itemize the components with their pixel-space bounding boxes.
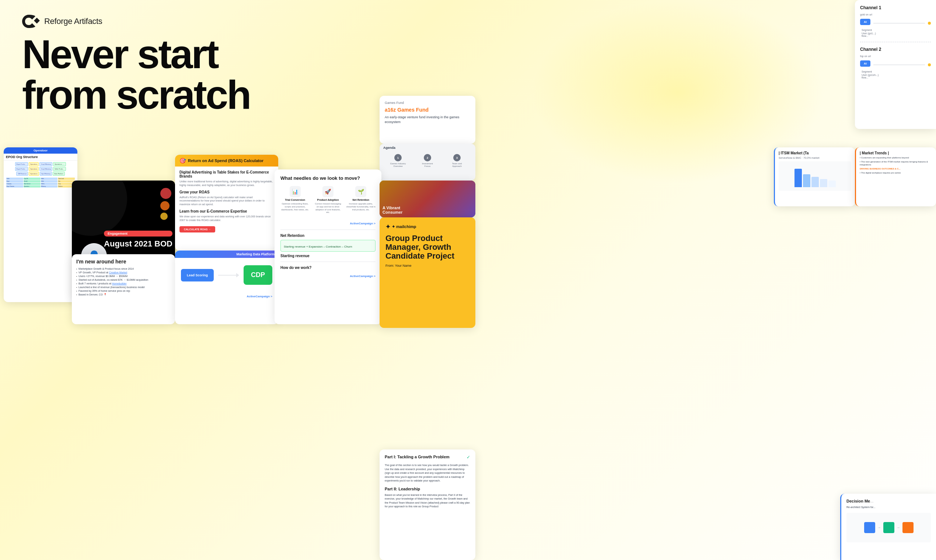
bio-card: I'm new around here • Marketplace Growth… bbox=[72, 254, 175, 324]
vibrant-label: A Vibrant Consumer bbox=[382, 206, 402, 214]
part2-text: Based on what you've learned in the inte… bbox=[385, 493, 470, 509]
itsm-subtitle: ServiceNow & BMC · 70.0% market bbox=[779, 157, 851, 159]
bio-item-3: • Users +277%, revenue $0.9MM → $50MM bbox=[76, 275, 171, 277]
cdp-box: CDP bbox=[243, 265, 272, 285]
agenda-header: Agenda bbox=[380, 144, 476, 152]
engagement-title: August 2021 BOD bbox=[104, 240, 172, 248]
segment-label-2: Segment bbox=[862, 70, 931, 73]
bio-item-2: • VP Growth, VP Product at Creative Mark… bbox=[76, 271, 171, 274]
opendoor-header: Opendoor bbox=[4, 148, 77, 154]
bio-item-7: • Favored by 35% of home service pros on… bbox=[76, 289, 171, 292]
decision-diagram: → → bbox=[847, 513, 931, 542]
mailchimp-card[interactable]: ✦ ✦ mailchimp Group Product Manager, Gro… bbox=[380, 217, 476, 328]
channels-card: Channel 1 gold on url AI Segment User (g… bbox=[855, 0, 936, 129]
decision-text: Re-architect System for... bbox=[847, 506, 931, 509]
ac-link[interactable]: ActiveCampaign > bbox=[246, 295, 272, 298]
bio-item-1: • Marketplace Growth & Product focus sin… bbox=[76, 268, 171, 270]
needles-items: 📊 Trial Conversion Optimize onboarding f… bbox=[280, 186, 376, 214]
reforge-logo-icon bbox=[22, 15, 40, 28]
opendoor-title: EPOD Org Structure bbox=[4, 154, 77, 161]
retention-formula: Starting revenue + Expansion – Contracti… bbox=[280, 240, 376, 252]
agenda-steps: 1 Games IndustryOverview 2 InvestmentFoc… bbox=[380, 152, 476, 170]
agenda-card: Agenda 1 Games IndustryOverview 2 Invest… bbox=[380, 144, 476, 180]
decision-card[interactable]: Decision Me... Re-architect System for..… bbox=[840, 494, 936, 560]
part1-text: The goal of this section is to see how y… bbox=[385, 463, 470, 483]
bio-item-6: • Launched a line of revenue (transactio… bbox=[76, 286, 171, 288]
channel1-title: Channel 1 bbox=[860, 5, 931, 10]
agenda-step-2: 2 InvestmentFocus bbox=[413, 154, 442, 168]
a16z-desc: An early-stage venture fund investing in… bbox=[385, 115, 470, 124]
logo-area: Reforge Artifacts bbox=[22, 15, 250, 28]
a16z-eyebrow: Games Fund bbox=[385, 101, 470, 105]
ai-node-2: AI bbox=[860, 60, 870, 67]
agenda-step-1: 1 Games IndustryOverview bbox=[383, 154, 413, 168]
channel2-title: Channel 2 bbox=[860, 47, 931, 52]
roas-section2-title: Grow your ROAS bbox=[179, 190, 274, 194]
lead-scoring-box: Lead Scoring bbox=[181, 269, 214, 282]
needle-retention: 🌱 Net Retention Increase upgrade paths, … bbox=[346, 186, 376, 214]
segment-label-1: Segment bbox=[862, 29, 931, 31]
part1-title: Part I: Tackling a Growth Problem bbox=[385, 455, 450, 459]
part1-icon: ✓ bbox=[466, 455, 470, 460]
mailchimp-logo: ✦ ✦ mailchimp bbox=[385, 223, 470, 230]
ai-node-1: AI bbox=[860, 19, 870, 25]
market-title: | Market Trends | bbox=[860, 151, 932, 155]
channel1-tag: gold on url bbox=[860, 13, 931, 16]
market-card[interactable]: | Market Trends | • Customers are expand… bbox=[855, 148, 936, 206]
mailchimp-subtitle: From: Your Name bbox=[385, 264, 470, 268]
needles-title: What needles do we look to move? bbox=[280, 175, 376, 181]
lead-scoring-header: Marketing Data Platform bbox=[175, 251, 278, 258]
itsm-title: | ITSM Market (Ta bbox=[779, 151, 851, 155]
hero-title: Never start from scratch bbox=[22, 34, 250, 115]
ac-link-1[interactable]: ActiveCampaign > bbox=[350, 222, 376, 225]
roas-calculate-button[interactable]: CALCULATE ROAS → bbox=[179, 226, 215, 232]
needle-adoption: 🚀 Product Adoption Correct missed messag… bbox=[313, 186, 342, 214]
itsm-card[interactable]: | ITSM Market (Ta ServiceNow & BMC · 70.… bbox=[774, 148, 855, 206]
user-label-1: User (go1...) bbox=[862, 32, 931, 35]
lead-scoring-card[interactable]: Marketing Data Platform Lead Scoring CDP… bbox=[175, 251, 278, 324]
logo-text: Reforge Artifacts bbox=[44, 17, 102, 26]
needles-card[interactable]: What needles do we look to move? 📊 Trial… bbox=[274, 169, 382, 324]
lead-flow: Lead Scoring CDP bbox=[175, 258, 278, 292]
roas-section3-text: We draw upon our experience and data wor… bbox=[179, 215, 274, 222]
a16z-card[interactable]: Games Fund a16z Games Fund An early-stag… bbox=[380, 96, 476, 144]
itsm-chart bbox=[779, 162, 851, 191]
a16z-label: a16z Games Fund bbox=[385, 107, 470, 113]
roas-section1-text: Unlike more traditional forms of adverti… bbox=[179, 180, 274, 187]
bio-item-8: • Based in Denver, CO 📍 bbox=[76, 293, 171, 296]
roas-section2-text: AdRoll's ROAS (Return on Ad Spend) calcu… bbox=[179, 195, 274, 206]
market-item-3: • The digital workplace requires pro-act… bbox=[860, 172, 932, 175]
market-item-2: • The next generation of the ITSM market… bbox=[860, 161, 932, 166]
header: Reforge Artifacts Never start from scrat… bbox=[22, 15, 250, 115]
needle-trial: 📊 Trial Conversion Optimize onboarding f… bbox=[280, 186, 309, 214]
engagement-badge: Engagement bbox=[104, 231, 172, 237]
flow-label-2: flow... bbox=[862, 76, 931, 79]
ac-link-2[interactable]: ActiveCampaign > bbox=[350, 274, 376, 278]
roas-card[interactable]: 🎯 Return on Ad Spend (ROAS) Calculator D… bbox=[175, 155, 278, 251]
roas-section3-title: Learn from our E-Commerce Expertise bbox=[179, 209, 274, 213]
channel2-tag: fop on url bbox=[860, 55, 931, 57]
opendoor-card[interactable]: Opendoor EPOD Org Structure Buyer Produc… bbox=[4, 148, 77, 302]
bio-header: I'm new around here bbox=[76, 258, 171, 265]
starting-revenue-label: Starting revenue bbox=[280, 254, 376, 258]
decision-title: Decision Me... bbox=[847, 499, 931, 503]
vibrant-card[interactable]: A Vibrant Consumer bbox=[380, 180, 476, 217]
roas-header: 🎯 Return on Ad Spend (ROAS) Calculator bbox=[175, 155, 278, 166]
roas-section1-title: Digital Advertising is Table Stakes for … bbox=[179, 170, 274, 178]
page-container: Reforge Artifacts Never start from scrat… bbox=[0, 0, 936, 560]
agenda-step-3: 3 Team andApproach bbox=[442, 154, 472, 168]
part1-card[interactable]: Part I: Tackling a Growth Problem ✓ The … bbox=[380, 449, 476, 560]
bio-item-5: • Built 7 ventures / products at Homebui… bbox=[76, 282, 171, 285]
market-item-1: • Customers are expanding their platform… bbox=[860, 157, 932, 160]
user-label-2: User (go1sh...) bbox=[862, 74, 931, 76]
flow-label-1: flow... bbox=[862, 35, 931, 37]
bio-item-4: • Started out of Autodesk, co-raised $7K… bbox=[76, 278, 171, 281]
org-chart: Buyer Products Operations Corp Efficienc… bbox=[4, 161, 77, 190]
roas-body: Digital Advertising is Table Stakes for … bbox=[175, 166, 278, 236]
how-we-work-label: How do we work? bbox=[280, 266, 376, 270]
net-retention-label: Net Retention bbox=[280, 234, 376, 238]
mailchimp-title: Group Product Manager, Growth Candidate … bbox=[385, 234, 470, 261]
roas-title: Return on Ad Spend (ROAS) Calculator bbox=[188, 158, 263, 163]
part2-title: Part II: Leadership bbox=[385, 487, 470, 491]
